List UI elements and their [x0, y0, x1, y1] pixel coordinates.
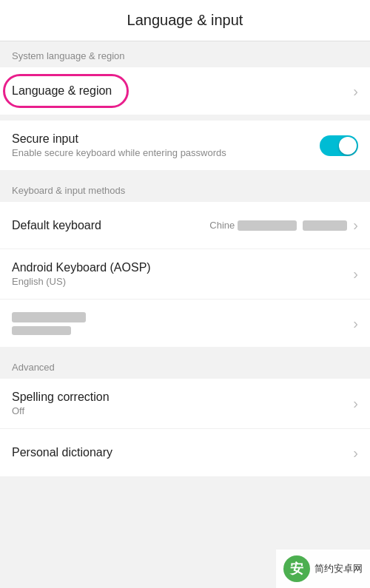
personal-dictionary-title: Personal dictionary [12, 446, 347, 459]
default-keyboard-blurred1 [238, 220, 297, 231]
spelling-correction-item[interactable]: Spelling correction Off › [0, 379, 370, 429]
blurred-keyboard-subtitle-line [12, 326, 71, 335]
blurred-keyboard-item[interactable]: › [0, 300, 370, 347]
default-keyboard-lang: Chine [209, 220, 235, 231]
default-keyboard-content: Default keyboard [12, 219, 209, 232]
secure-input-group: Secure input Enable secure keyboard whil… [0, 121, 370, 170]
language-region-item[interactable]: Language & region › [0, 67, 370, 115]
page-title: Language & input [127, 12, 243, 29]
watermark: 安 简约安卓网 [276, 550, 370, 588]
section-label-advanced: Advanced [0, 353, 370, 379]
secure-input-title: Secure input [12, 132, 320, 146]
android-keyboard-title: Android Keyboard (AOSP) [12, 261, 347, 274]
android-keyboard-content: Android Keyboard (AOSP) English (US) [12, 261, 347, 287]
separator-1 [0, 115, 370, 121]
spelling-correction-title: Spelling correction [12, 391, 347, 404]
language-region-content: Language & region [12, 84, 347, 98]
secure-input-item[interactable]: Secure input Enable secure keyboard whil… [0, 121, 370, 170]
default-keyboard-value: Chine [209, 220, 347, 231]
default-keyboard-item[interactable]: Default keyboard Chine › [0, 202, 370, 249]
language-region-chevron: › [353, 83, 358, 100]
watermark-icon: 安 [283, 555, 310, 582]
section-label-system-language: System language & region [0, 41, 370, 67]
advanced-group: Spelling correction Off › Personal dicti… [0, 379, 370, 476]
spelling-correction-chevron: › [353, 395, 358, 412]
default-keyboard-chevron: › [353, 217, 358, 234]
section-label-keyboard: Keyboard & input methods [0, 176, 370, 202]
default-keyboard-blurred2 [303, 220, 347, 231]
default-keyboard-title: Default keyboard [12, 219, 209, 232]
personal-dictionary-chevron: › [353, 445, 358, 462]
secure-input-toggle[interactable] [320, 135, 358, 156]
blurred-keyboard-title-line [12, 312, 86, 322]
blurred-keyboard-chevron: › [353, 315, 358, 332]
watermark-icon-label: 安 [290, 560, 303, 578]
separator-2 [0, 170, 370, 176]
language-region-title: Language & region [12, 84, 347, 98]
watermark-text: 简约安卓网 [314, 562, 363, 575]
secure-input-subtitle: Enable secure keyboard while entering pa… [12, 147, 320, 158]
android-keyboard-item[interactable]: Android Keyboard (AOSP) English (US) › [0, 249, 370, 300]
spelling-correction-subtitle: Off [12, 405, 347, 416]
blurred-keyboard-content [12, 312, 347, 335]
spelling-correction-content: Spelling correction Off [12, 391, 347, 416]
android-keyboard-subtitle: English (US) [12, 276, 347, 287]
keyboard-group: Default keyboard Chine › Android Keyboar… [0, 202, 370, 347]
secure-input-content: Secure input Enable secure keyboard whil… [12, 132, 320, 158]
personal-dictionary-item[interactable]: Personal dictionary › [0, 429, 370, 476]
personal-dictionary-content: Personal dictionary [12, 446, 347, 459]
system-language-group: Language & region › [0, 67, 370, 115]
page-header: Language & input [0, 0, 370, 41]
android-keyboard-chevron: › [353, 266, 358, 283]
separator-3 [0, 347, 370, 353]
